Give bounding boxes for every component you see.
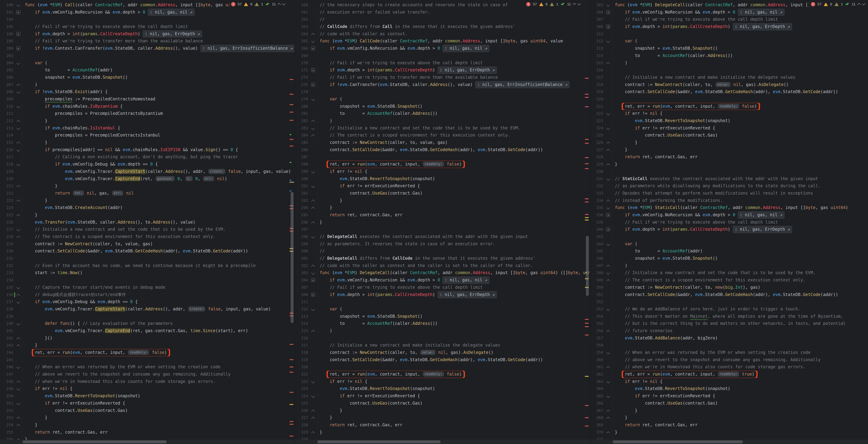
code-line-318[interactable]: 318 contract := NewContract(caller, to, … — [590, 81, 868, 88]
code-line-212[interactable]: 212 } — [0, 117, 294, 124]
fold-region-start-icon[interactable] — [607, 39, 610, 43]
code-text[interactable]: ret, err = run(evm, contract, input, rea… — [317, 371, 590, 378]
code-text[interactable]: to = AccountRef(caller.Address()) — [317, 320, 590, 327]
code-line-287[interactable]: 287 — [295, 153, 590, 161]
line-number[interactable]: 317 — [295, 342, 309, 349]
code-line-233[interactable]: 233 start := time.Now() — [0, 269, 294, 276]
line-number[interactable]: 300 — [295, 247, 309, 255]
code-line-225[interactable]: 225 } — [0, 211, 294, 219]
code-line-362[interactable]: 362 ret, err = run(evm, contract, input,… — [590, 371, 868, 378]
line-number[interactable]: 203 — [0, 52, 14, 59]
code-line-282[interactable]: 282 ) — [295, 117, 590, 124]
line-number[interactable]: 356 — [590, 327, 604, 334]
line-number[interactable]: 288 — [295, 161, 309, 168]
fold-region-end-icon[interactable] — [607, 330, 610, 333]
code-text[interactable]: // The contract is a scoped environment … — [613, 276, 868, 284]
previous-problem-button[interactable] — [857, 3, 861, 6]
code-text[interactable]: // Initialise a new contract and set the… — [613, 269, 868, 276]
line-number[interactable]: 222 — [0, 190, 14, 197]
code-line-294[interactable]: 294 } — [295, 204, 590, 211]
code-line-304[interactable]: 304+ if evm.vmConfig.NoRecursion && evm.… — [590, 9, 868, 16]
code-text[interactable]: } — [23, 342, 294, 349]
code-line-230[interactable]: 230 contract.SetCallCode(&addr, evm.Stat… — [0, 247, 294, 255]
fold-region-start-icon[interactable] — [16, 61, 20, 65]
line-number[interactable]: 296 — [295, 219, 309, 226]
unfold-icon[interactable]: + — [311, 83, 315, 87]
code-line-361[interactable]: 361 // when we're in Homestead this also… — [590, 363, 868, 371]
line-number[interactable]: 294 — [295, 204, 309, 211]
code-line-346[interactable]: 346 snapshot = evm.StateDB.Snapshot() — [590, 255, 868, 262]
code-line-300[interactable]: 300// — [295, 247, 590, 255]
code-line-278[interactable]: 278 — [295, 88, 590, 95]
code-text[interactable]: contract.SetCallCode(&addr, evm.StateDB.… — [613, 88, 868, 95]
code-text[interactable]: if err != nil { — [317, 168, 590, 175]
line-number[interactable]: 253 — [0, 414, 14, 421]
line-number[interactable]: 264 — [295, 30, 309, 38]
fold-region-start-icon[interactable] — [16, 387, 20, 390]
code-line-213[interactable]: 213 if evm.chainRules.IsIstanbul { — [0, 124, 294, 132]
line-number[interactable]: 293 — [295, 197, 309, 204]
line-number[interactable]: 263 — [295, 23, 309, 30]
code-line-331[interactable]: 331// StaticCall executes the contract a… — [590, 175, 868, 183]
fold-region-end-icon[interactable] — [16, 417, 20, 420]
line-number[interactable]: 315 — [295, 327, 309, 334]
code-line-293[interactable]: 293 } — [295, 197, 590, 204]
line-number[interactable]: 261 — [295, 9, 309, 16]
code-line-321[interactable]: 321 ret, err = run(evm, contract, input,… — [590, 103, 868, 110]
line-number[interactable]: 212 — [0, 117, 14, 124]
fold-region-end-icon[interactable] — [607, 366, 610, 369]
code-text[interactable]: evm.StateDB.RevertToSnapshot(snapshot) — [613, 385, 868, 392]
code-text[interactable]: } — [23, 117, 294, 124]
code-text[interactable]: return ret, contract.Gas, err — [317, 421, 590, 429]
code-text[interactable]: // Fail if we're trying to execute above… — [317, 284, 590, 291]
code-line-295[interactable]: 295 return ret, contract.Gas, err — [295, 211, 590, 219]
code-line-311[interactable]: 311 — [295, 298, 590, 305]
code-text[interactable]: contract.SetCallCode(&addr, evm.StateDB.… — [613, 291, 868, 298]
code-text[interactable]: snapshot = evm.StateDB.Snapshot() — [23, 74, 294, 81]
code-text[interactable]: } — [23, 414, 294, 421]
code-line-297[interactable]: 297 — [295, 226, 590, 233]
code-line-301[interactable]: 301// DelegateCall differs from CallCode… — [295, 255, 590, 262]
code-text[interactable]: if err != nil { — [613, 110, 868, 117]
line-number[interactable]: 190 — [0, 1, 14, 9]
code-line-368[interactable]: 368 } — [590, 414, 868, 421]
line-number[interactable]: 230 — [0, 247, 14, 255]
code-text[interactable]: // code with the caller as context and t… — [317, 262, 590, 269]
code-text[interactable] — [613, 66, 868, 74]
line-number[interactable]: 218 — [0, 161, 14, 168]
line-number[interactable]: 311 — [590, 30, 604, 38]
folded-code-chip[interactable]: : nil, gas, ErrDepth ↗ — [733, 226, 792, 233]
line-number[interactable]: 249 — [0, 385, 14, 392]
line-number[interactable]: 215 — [0, 139, 14, 146]
line-number[interactable]: 226 — [0, 219, 14, 226]
horizontal-scrollbar-thumb[interactable] — [23, 440, 167, 443]
code-text[interactable]: if evm.depth > int(params.CallCreateDept… — [23, 30, 294, 38]
code-line-191[interactable]: 191+ if evm.vmConfig.NoRecursion && evm.… — [0, 9, 294, 16]
code-line-274[interactable]: 274 // Fail if we're trying to transfer … — [295, 74, 590, 81]
line-number[interactable]: 285 — [295, 139, 309, 146]
unfold-icon[interactable]: + — [606, 227, 610, 231]
line-number[interactable]: 321 — [295, 371, 309, 378]
line-number[interactable]: 279 — [295, 95, 309, 103]
code-line-367[interactable]: 367 } — [590, 407, 868, 414]
line-number[interactable]: 208 — [0, 88, 14, 95]
code-line-264[interactable]: 264// code with the caller as context. — [295, 30, 590, 38]
fold-region-end-icon[interactable] — [311, 409, 315, 413]
code-text[interactable]: func (evm *EVM) CallCode(caller Contract… — [317, 37, 590, 45]
line-number[interactable]: 354 — [590, 313, 604, 320]
weak-warning-count[interactable]: 1 — [841, 2, 843, 6]
code-line-252[interactable]: 252 contract.UseGas(contract.Gas) — [0, 407, 294, 414]
line-number[interactable]: 239 — [0, 313, 14, 320]
code-text[interactable]: if evm.chainRules.IsByzantium { — [23, 103, 294, 110]
line-number[interactable]: 205 — [0, 66, 14, 74]
code-text[interactable]: if precompiles[addr] == nil && evm.chain… — [23, 146, 294, 153]
code-line-265[interactable]: 265func (evm *EVM) CallCode(caller Contr… — [295, 37, 590, 45]
code-line-336[interactable]: 336+ if evm.vmConfig.NoRecursion && evm.… — [590, 211, 868, 219]
code-line-364[interactable]: 364 evm.StateDB.RevertToSnapshot(snapsho… — [590, 385, 868, 392]
folded-code-chip[interactable]: : nil, gas, nil ↗ — [148, 9, 195, 16]
code-text[interactable]: } — [23, 197, 294, 204]
code-text[interactable]: ret, err = run(evm, contract, input, rea… — [613, 371, 868, 378]
fold-region-start-icon[interactable] — [607, 271, 610, 275]
warning-count[interactable]: 6 — [250, 2, 252, 6]
line-number[interactable]: 359 — [590, 349, 604, 356]
